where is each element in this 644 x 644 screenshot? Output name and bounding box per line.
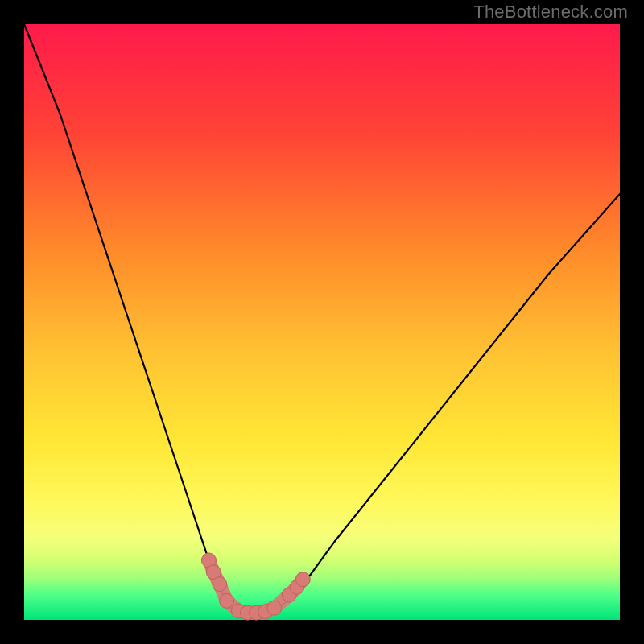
marker-point [213,577,227,592]
chart-frame: TheBottleneck.com [0,0,644,644]
watermark-text: TheBottleneck.com [473,2,628,23]
gradient-background [24,24,620,620]
marker-point [220,593,234,608]
bottleneck-chart [0,0,644,644]
marker-point [295,572,310,587]
marker-point [267,601,282,615]
